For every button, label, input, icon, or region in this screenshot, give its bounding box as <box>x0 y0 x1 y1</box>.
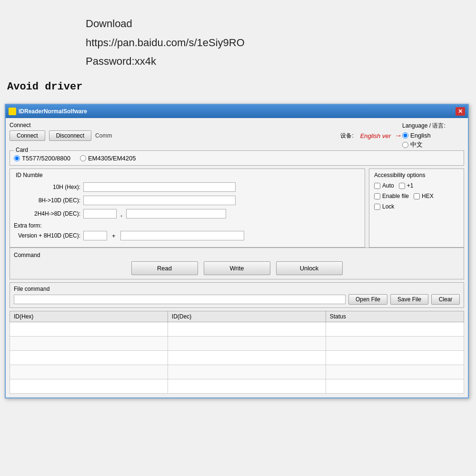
cell-status <box>326 351 464 365</box>
top-section: Connect Connect Disconnect Comm 设备: Engl… <box>10 122 464 150</box>
col-status: Status <box>326 311 464 322</box>
file-row: Open File Save File Clear <box>14 294 460 305</box>
field-row-2h4h: 2H4H->8D (DEC): , <box>14 209 361 218</box>
table-row <box>10 337 464 351</box>
version-input[interactable] <box>83 231 107 240</box>
accessibility-title: Accessibility options <box>374 172 459 178</box>
english-ver-label: English ver <box>360 132 391 139</box>
read-button[interactable]: Read <box>131 261 198 275</box>
extra-form-section: Extra form: Version + 8H10D (DEC): + <box>14 222 361 240</box>
plus1-label: +1 <box>407 182 414 189</box>
cell-status <box>326 379 464 394</box>
download-url: https://pan.baidu.com/s/1eSiy9RO <box>86 33 245 52</box>
connect-label: Connect <box>10 122 402 129</box>
lock-row: Lock <box>374 203 459 210</box>
enable-file-label: Enable file <box>382 193 409 199</box>
table-row <box>10 379 464 394</box>
lock-checkbox[interactable] <box>374 204 380 210</box>
card-row: T5577/5200/8800 EM4305/EM4205 <box>14 155 460 163</box>
table-row <box>10 365 464 379</box>
open-file-button[interactable]: Open File <box>348 294 387 305</box>
unlock-button[interactable]: Unlock <box>276 261 343 275</box>
auto-label: Auto <box>382 182 394 189</box>
comm-label: Comm <box>95 132 112 139</box>
chinese-option: 中文 <box>410 140 423 149</box>
language-section: Language / 语言: English 中文 <box>402 122 464 150</box>
file-command-section: File command Open File Save File Clear <box>10 282 464 308</box>
disconnect-button[interactable]: Disconnect <box>49 130 91 141</box>
table-row <box>10 322 464 337</box>
arrow-icon: → <box>395 131 402 140</box>
close-button[interactable]: ✕ <box>456 107 465 116</box>
hex-input[interactable] <box>83 182 236 192</box>
cell-dec <box>168 365 326 379</box>
window-content: Connect Connect Disconnect Comm 设备: Engl… <box>6 118 468 397</box>
save-file-button[interactable]: Save File <box>390 294 428 305</box>
extra-input[interactable] <box>120 231 244 240</box>
cell-hex <box>10 379 168 394</box>
auto-row: Auto +1 <box>374 182 459 189</box>
cell-hex <box>10 337 168 351</box>
card-radio-t5577[interactable] <box>14 155 20 161</box>
field3-label: 2H4H->8D (DEC): <box>14 210 80 217</box>
english-radio[interactable] <box>402 132 408 139</box>
col-dec: ID(Dec) <box>168 311 326 322</box>
cell-hex <box>10 322 168 337</box>
device-label: 设备: <box>340 132 353 140</box>
plus1-checkbox[interactable] <box>399 183 405 189</box>
cell-dec <box>168 351 326 365</box>
cell-hex <box>10 351 168 365</box>
enable-file-checkbox[interactable] <box>374 193 380 199</box>
app-icon <box>9 108 16 115</box>
card-label: Card <box>14 147 30 153</box>
titlebar-left: IDReaderNormalSolfware <box>9 108 87 115</box>
cell-hex <box>10 365 168 379</box>
english-option: English <box>410 132 431 139</box>
write-button[interactable]: Write <box>204 261 270 275</box>
cell-dec <box>168 337 326 351</box>
language-label: Language / 语言: <box>402 122 464 130</box>
card-option2: EM4305/EM4205 <box>88 155 136 162</box>
main-window: IDReaderNormalSolfware ✕ Connect Connect… <box>5 104 469 398</box>
auto-checkbox[interactable] <box>374 183 380 189</box>
overlay-download-section: Download https://pan.baidu.com/s/1eSiy9R… <box>86 14 245 71</box>
id-number-label: ID Numble <box>14 172 361 178</box>
command-label: Command <box>14 252 460 258</box>
chinese-radio-row: 中文 <box>402 140 464 149</box>
hex-label: HEX <box>422 193 434 199</box>
command-section: Command Read Write Unlock <box>10 248 464 279</box>
titlebar: IDReaderNormalSolfware ✕ <box>6 105 468 118</box>
dec-part2-input[interactable] <box>126 209 226 218</box>
comma-sep: , <box>120 210 122 218</box>
id-number-section: ID Numble 10H (Hex): 8H->10D (DEC): 2H4H… <box>10 169 365 248</box>
cell-status <box>326 365 464 379</box>
card-radio-em4305[interactable] <box>80 155 86 161</box>
col-hex: ID(Hex) <box>10 311 168 322</box>
window-title: IDReaderNormalSolfware <box>19 108 87 115</box>
password-label: Password:xx4k <box>86 52 245 71</box>
download-label: Download <box>86 14 245 33</box>
connect-button[interactable]: Connect <box>10 130 45 141</box>
cell-status <box>326 337 464 351</box>
file-command-label: File command <box>14 286 460 292</box>
card-option1: T5577/5200/8800 <box>22 155 70 162</box>
table-row <box>10 351 464 365</box>
file-path-input[interactable] <box>14 295 346 304</box>
cell-dec <box>168 322 326 337</box>
plus-sign: + <box>112 232 116 239</box>
field-row-hex: 10H (Hex): <box>14 182 361 192</box>
accessibility-section: Accessibility options Auto +1 Enable fil… <box>369 169 464 248</box>
cell-status <box>326 322 464 337</box>
card-section: Card T5577/5200/8800 EM4305/EM4205 <box>10 150 464 166</box>
english-radio-row: English <box>402 132 464 139</box>
field1-label: 10H (Hex): <box>14 184 80 190</box>
avoid-driver-label: Avoid driver <box>7 81 82 93</box>
connect-row: Connect Disconnect Comm 设备: English ver … <box>10 130 402 141</box>
dec-part1-input[interactable] <box>83 209 117 218</box>
chinese-radio[interactable] <box>402 142 408 148</box>
clear-button[interactable]: Clear <box>431 294 460 305</box>
hex-checkbox[interactable] <box>414 193 420 199</box>
connect-section: Connect Connect Disconnect Comm 设备: Engl… <box>10 122 402 141</box>
dec-input[interactable] <box>83 196 236 205</box>
version-label: Version + 8H10D (DEC): <box>14 232 80 239</box>
